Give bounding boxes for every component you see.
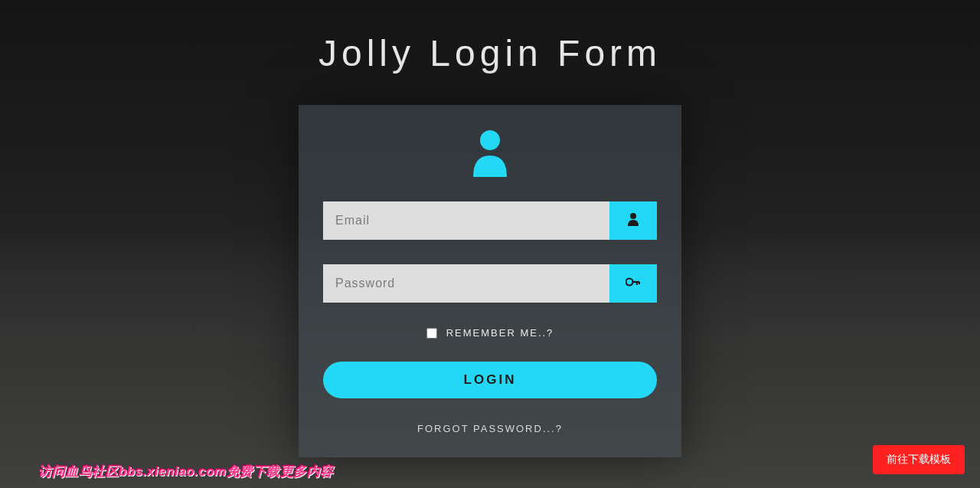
- watermark-text: 访问血鸟社区bbs.xieniao.com免费下载更多内容: [38, 463, 334, 480]
- page-title: Jolly Login Form: [0, 0, 980, 74]
- forgot-password-link[interactable]: FORGOT PASSWORD...?: [323, 423, 657, 434]
- user-icon-container: [323, 128, 657, 180]
- email-row: [323, 201, 657, 240]
- password-icon-box: [609, 264, 657, 303]
- user-small-icon: [627, 212, 639, 229]
- svg-point-1: [630, 213, 636, 219]
- download-template-button[interactable]: 前往下载模板: [873, 445, 965, 474]
- user-icon: [467, 128, 513, 180]
- key-icon: [626, 275, 641, 292]
- remember-row: REMEMBER ME..?: [323, 327, 657, 339]
- email-icon-box: [609, 201, 657, 240]
- login-button[interactable]: LOGIN: [323, 362, 657, 398]
- login-card: REMEMBER ME..? LOGIN FORGOT PASSWORD...?: [299, 105, 681, 457]
- email-input[interactable]: [323, 201, 609, 240]
- password-row: [323, 264, 657, 303]
- remember-checkbox[interactable]: [426, 328, 437, 339]
- remember-label: REMEMBER ME..?: [446, 327, 554, 339]
- svg-point-0: [480, 130, 500, 150]
- password-input[interactable]: [323, 264, 609, 303]
- svg-point-2: [626, 279, 633, 286]
